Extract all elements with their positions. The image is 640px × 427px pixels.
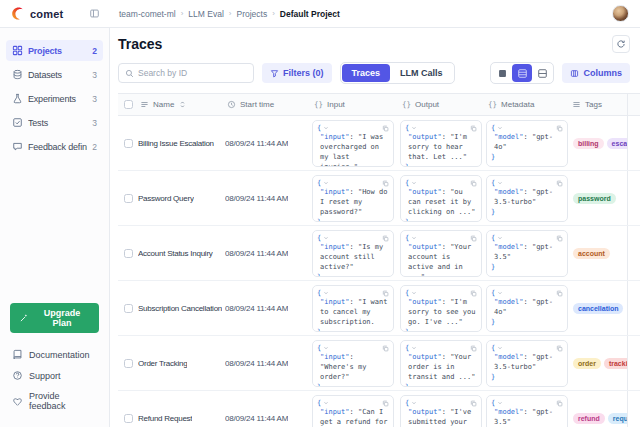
column-header-input[interactable]: {} Input xyxy=(312,100,400,109)
copy-icon[interactable] xyxy=(382,400,389,407)
chevron-down-icon[interactable] xyxy=(411,345,417,351)
input-json[interactable]: { "input": "I want to cancel my subscrip… xyxy=(312,285,394,332)
copy-icon[interactable] xyxy=(556,400,563,407)
copy-icon[interactable] xyxy=(382,345,389,352)
columns-button[interactable]: Columns xyxy=(562,63,630,83)
sidebar-item-projects[interactable]: Projects 2 xyxy=(6,40,103,61)
input-json[interactable]: { "input": "Is my account still active?"… xyxy=(312,230,394,277)
copy-icon[interactable] xyxy=(382,235,389,242)
row-checkbox[interactable] xyxy=(124,359,133,368)
tag[interactable]: order xyxy=(573,358,601,369)
chevron-down-icon[interactable] xyxy=(411,290,417,296)
sidebar-item-support[interactable]: Support xyxy=(6,366,103,385)
input-json[interactable]: { "input": "Can I get a refund for my la… xyxy=(312,395,394,427)
metadata-json[interactable]: { "model": "gpt-3.5-turbo" } xyxy=(486,175,568,222)
metadata-json[interactable]: { "model": "gpt-4o" } xyxy=(486,285,568,332)
chevron-down-icon[interactable] xyxy=(497,125,503,131)
tag[interactable]: request xyxy=(608,413,628,424)
copy-icon[interactable] xyxy=(556,345,563,352)
row-height-large-button[interactable] xyxy=(532,64,552,82)
chevron-down-icon[interactable] xyxy=(323,125,329,131)
table-row[interactable]: Password Query 08/09/24 11:44 AM { "inpu… xyxy=(118,171,640,226)
output-json[interactable]: { "output": "Your order is in transit an… xyxy=(400,340,482,387)
chevron-down-icon[interactable] xyxy=(497,400,503,406)
column-header-output[interactable]: {} Output xyxy=(400,100,486,109)
table-row[interactable]: Refund Request 08/09/24 11:44 AM { "inpu… xyxy=(118,391,640,427)
filters-button[interactable]: Filters (0) xyxy=(262,63,332,83)
table-row[interactable]: Account Status Inquiry 08/09/24 11:44 AM… xyxy=(118,226,640,281)
chevron-down-icon[interactable] xyxy=(323,180,329,186)
row-height-small-button[interactable] xyxy=(492,64,512,82)
tag[interactable]: tracking xyxy=(604,358,628,369)
copy-icon[interactable] xyxy=(382,125,389,132)
chevron-down-icon[interactable] xyxy=(497,345,503,351)
upgrade-plan-button[interactable]: Upgrade Plan xyxy=(10,303,99,333)
chevron-down-icon[interactable] xyxy=(323,290,329,296)
metadata-json[interactable]: { "model": "gpt-3.5" } xyxy=(486,395,568,427)
sidebar-item-provide-feedback[interactable]: Provide feedback xyxy=(6,387,103,415)
user-avatar[interactable] xyxy=(612,5,629,22)
breadcrumb-section[interactable]: LLM Eval xyxy=(188,9,223,19)
select-all-checkbox[interactable] xyxy=(124,100,133,109)
row-checkbox[interactable] xyxy=(124,414,133,423)
chevron-down-icon[interactable] xyxy=(497,180,503,186)
sidebar-collapse-icon[interactable] xyxy=(87,7,101,21)
chevron-down-icon[interactable] xyxy=(323,345,329,351)
row-checkbox[interactable] xyxy=(124,139,133,148)
sidebar-item-feedback-definitions[interactable]: Feedback definitions 2 xyxy=(6,136,103,157)
breadcrumb-workspace[interactable]: team-comet-ml xyxy=(119,9,176,19)
chevron-down-icon[interactable] xyxy=(411,235,417,241)
tag[interactable]: cancellation xyxy=(573,303,623,314)
column-header-name[interactable]: Name xyxy=(138,100,225,109)
copy-icon[interactable] xyxy=(470,345,477,352)
copy-icon[interactable] xyxy=(556,180,563,187)
metadata-json[interactable]: { "model": "gpt-3.5" } xyxy=(486,230,568,277)
tab-llm-calls[interactable]: LLM Calls xyxy=(390,64,453,82)
tag[interactable]: account xyxy=(573,248,610,259)
output-json[interactable]: { "output": "ou can reset it by clicking… xyxy=(400,175,482,222)
copy-icon[interactable] xyxy=(556,125,563,132)
chevron-down-icon[interactable] xyxy=(411,400,417,406)
input-json[interactable]: { "input": "How do I reset my password?"… xyxy=(312,175,394,222)
tab-traces[interactable]: Traces xyxy=(342,64,391,82)
copy-icon[interactable] xyxy=(556,290,563,297)
copy-icon[interactable] xyxy=(382,180,389,187)
table-row[interactable]: Subscription Cancellation 08/09/24 11:44… xyxy=(118,281,640,336)
row-checkbox[interactable] xyxy=(124,249,133,258)
breadcrumb-projects[interactable]: Projects xyxy=(236,9,267,19)
input-json[interactable]: { "input": "Where's my order?" } xyxy=(312,340,394,387)
chevron-down-icon[interactable] xyxy=(497,290,503,296)
chevron-down-icon[interactable] xyxy=(323,235,329,241)
copy-icon[interactable] xyxy=(470,400,477,407)
sidebar-item-tests[interactable]: Tests 3 xyxy=(6,112,103,133)
tag[interactable]: password xyxy=(573,193,616,204)
table-row[interactable]: Billing Issue Escalation 08/09/24 11:44 … xyxy=(118,116,640,171)
tag[interactable]: escalation xyxy=(607,138,628,149)
row-height-medium-button[interactable] xyxy=(512,64,532,82)
column-header-tags[interactable]: Tags xyxy=(570,94,628,115)
output-json[interactable]: { "output": "Your account is active and … xyxy=(400,230,482,277)
tag[interactable]: refund xyxy=(573,413,605,424)
search-input[interactable] xyxy=(138,68,247,78)
copy-icon[interactable] xyxy=(470,290,477,297)
chevron-down-icon[interactable] xyxy=(497,235,503,241)
copy-icon[interactable] xyxy=(470,235,477,242)
column-header-metadata[interactable]: {} Metadata xyxy=(486,100,570,109)
output-json[interactable]: { "output": "I'm sorry to see you go. I'… xyxy=(400,285,482,332)
table-row[interactable]: Order Tracking 08/09/24 11:44 AM { "inpu… xyxy=(118,336,640,391)
sidebar-item-documentation[interactable]: Documentation xyxy=(6,345,103,364)
copy-icon[interactable] xyxy=(382,290,389,297)
output-json[interactable]: { "output": "I've submitted your refund … xyxy=(400,395,482,427)
chevron-down-icon[interactable] xyxy=(411,180,417,186)
row-checkbox[interactable] xyxy=(124,194,133,203)
tag[interactable]: billing xyxy=(573,138,604,149)
output-json[interactable]: { "output": "I'm sorry to hear that. Let… xyxy=(400,120,482,167)
sidebar-item-experiments[interactable]: Experiments 3 xyxy=(6,88,103,109)
copy-icon[interactable] xyxy=(470,180,477,187)
row-checkbox[interactable] xyxy=(124,304,133,313)
copy-icon[interactable] xyxy=(470,125,477,132)
sidebar-item-datasets[interactable]: Datasets 3 xyxy=(6,64,103,85)
metadata-json[interactable]: { "model": "gpt-4o" } xyxy=(486,120,568,167)
metadata-json[interactable]: { "model": "gpt-3.5-turbo" } xyxy=(486,340,568,387)
column-header-start-time[interactable]: Start time xyxy=(225,100,312,109)
